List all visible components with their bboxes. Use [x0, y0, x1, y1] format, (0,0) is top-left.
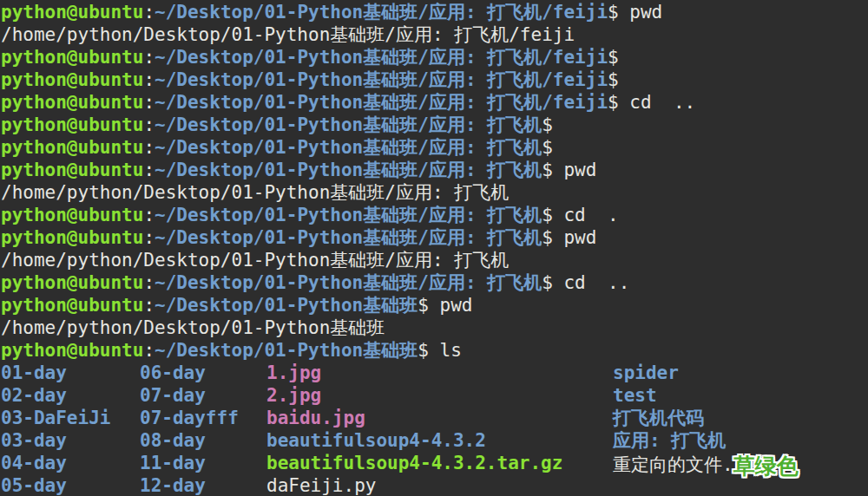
file-entry: 03-DaFeiJi [1, 407, 110, 429]
file-entry: baidu.jpg [266, 407, 365, 429]
ls-row: 01-day06-day1.jpgspider [1, 362, 868, 384]
ls-row: 03-DaFeiJi07-dayfffbaidu.jpg打飞机代码 [1, 407, 868, 429]
prompt-user: python@ubuntu [1, 295, 143, 316]
prompt-path: ~/Desktop/01-Python基础班/应用: 打飞机 [155, 272, 542, 293]
terminal-line: python@ubuntu:~/Desktop/01-Python基础班$ pw… [1, 294, 868, 317]
prompt-separator: : [143, 295, 155, 316]
prompt-path: ~/Desktop/01-Python基础班/应用: 打飞机/feiji [155, 2, 608, 23]
prompt-path: ~/Desktop/01-Python基础班/应用: 打飞机 [155, 137, 542, 158]
file-entry: 02-day [1, 384, 67, 407]
prompt-separator: : [143, 137, 155, 158]
terminal-line: python@ubuntu:~/Desktop/01-Python基础班/应用:… [1, 46, 868, 69]
prompt-command: $ pwd [542, 160, 596, 180]
prompt-command: $ [608, 69, 619, 90]
prompt-command: $ [542, 137, 553, 158]
prompt-user: python@ubuntu [1, 114, 143, 135]
file-entry: test [613, 384, 657, 407]
prompt-user: python@ubuntu [1, 272, 143, 293]
file-entry: 06-day [140, 362, 206, 384]
prompt-user: python@ubuntu [1, 340, 143, 361]
prompt-command: $ [608, 47, 619, 68]
terminal-window[interactable]: python@ubuntu:~/Desktop/01-Python基础班/应用:… [0, 0, 868, 496]
prompt-path: ~/Desktop/01-Python基础班 [155, 340, 418, 361]
prompt-separator: : [143, 340, 155, 361]
terminal-line: /home/python/Desktop/01-Python基础班/应用: 打飞… [1, 23, 868, 46]
prompt-path: ~/Desktop/01-Python基础班 [155, 295, 418, 316]
file-entry: beautifulsoup4-4.3.2 [266, 429, 486, 452]
prompt-user: python@ubuntu [1, 160, 143, 180]
command-output: /home/python/Desktop/01-Python基础班/应用: 打飞… [1, 182, 509, 203]
file-entry: 重定向的文件.草绿色 [613, 452, 799, 476]
prompt-command: $ pwd [608, 2, 662, 23]
prompt-separator: : [143, 227, 155, 248]
prompt-separator: : [143, 69, 155, 90]
prompt-separator: : [143, 47, 155, 68]
ls-row: 05-day12-daydaFeiji.py [1, 474, 868, 496]
command-output: /home/python/Desktop/01-Python基础班 [1, 317, 385, 338]
terminal-line: python@ubuntu:~/Desktop/01-Python基础班/应用:… [1, 114, 868, 136]
prompt-command: $ cd .. [542, 272, 629, 293]
prompt-user: python@ubuntu [1, 137, 143, 158]
prompt-separator: : [143, 160, 155, 180]
file-entry: 打飞机代码 [613, 407, 704, 429]
prompt-command: $ pwd [418, 295, 472, 316]
command-output: /home/python/Desktop/01-Python基础班/应用: 打飞… [1, 24, 575, 45]
prompt-user: python@ubuntu [1, 47, 143, 68]
ls-row: 03-day08-daybeautifulsoup4-4.3.2应用: 打飞机 [1, 429, 868, 452]
prompt-path: ~/Desktop/01-Python基础班/应用: 打飞机/feiji [155, 47, 608, 68]
prompt-user: python@ubuntu [1, 2, 143, 23]
prompt-command: $ ls [418, 340, 462, 361]
terminal-line: /home/python/Desktop/01-Python基础班 [1, 317, 868, 339]
prompt-path: ~/Desktop/01-Python基础班/应用: 打飞机 [155, 114, 542, 135]
ls-row: 02-day07-day2.jpgtest [1, 384, 868, 407]
file-entry: 07-day [140, 384, 206, 407]
prompt-command: $ cd . [542, 205, 619, 225]
prompt-command: $ cd .. [608, 92, 695, 113]
terminal-line: /home/python/Desktop/01-Python基础班/应用: 打飞… [1, 249, 868, 271]
file-entry: 07-dayfff [140, 407, 239, 429]
prompt-separator: : [143, 92, 155, 113]
file-entry: 应用: 打飞机 [613, 429, 726, 452]
prompt-user: python@ubuntu [1, 92, 143, 113]
terminal-line: python@ubuntu:~/Desktop/01-Python基础班/应用:… [1, 1, 868, 23]
file-entry: 08-day [140, 429, 206, 452]
prompt-separator: : [143, 272, 155, 293]
terminal-line: python@ubuntu:~/Desktop/01-Python基础班/应用:… [1, 91, 868, 114]
ls-row: 04-day11-daybeautifulsoup4-4.3.2.tar.gz重… [1, 452, 868, 474]
terminal-line: python@ubuntu:~/Desktop/01-Python基础班/应用:… [1, 204, 868, 226]
prompt-path: ~/Desktop/01-Python基础班/应用: 打飞机 [155, 160, 542, 180]
prompt-path: ~/Desktop/01-Python基础班/应用: 打飞机/feiji [155, 69, 608, 90]
file-entry: 11-day [140, 452, 206, 474]
prompt-user: python@ubuntu [1, 69, 143, 90]
file-entry: 2.jpg [266, 384, 321, 407]
prompt-command: $ pwd [542, 227, 596, 248]
terminal-line: python@ubuntu:~/Desktop/01-Python基础班$ ls [1, 339, 868, 362]
prompt-path: ~/Desktop/01-Python基础班/应用: 打飞机 [155, 227, 542, 248]
file-entry: daFeiji.py [266, 474, 376, 496]
command-output: /home/python/Desktop/01-Python基础班/应用: 打飞… [1, 250, 509, 271]
prompt-command: $ [542, 114, 553, 135]
terminal-line: python@ubuntu:~/Desktop/01-Python基础班/应用:… [1, 136, 868, 159]
terminal-output: python@ubuntu:~/Desktop/01-Python基础班/应用:… [1, 1, 868, 496]
terminal-line: python@ubuntu:~/Desktop/01-Python基础班/应用:… [1, 271, 868, 294]
file-entry: 05-day [1, 474, 67, 496]
prompt-user: python@ubuntu [1, 205, 143, 225]
prompt-path: ~/Desktop/01-Python基础班/应用: 打飞机 [155, 205, 542, 225]
prompt-separator: : [143, 205, 155, 225]
file-entry: 12-day [140, 474, 206, 496]
terminal-line: /home/python/Desktop/01-Python基础班/应用: 打飞… [1, 181, 868, 204]
file-entry: beautifulsoup4-4.3.2.tar.gz [266, 452, 562, 474]
terminal-line: python@ubuntu:~/Desktop/01-Python基础班/应用:… [1, 226, 868, 249]
prompt-separator: : [143, 114, 155, 135]
file-entry: 03-day [1, 429, 67, 452]
file-entry: 01-day [1, 362, 67, 384]
terminal-line: python@ubuntu:~/Desktop/01-Python基础班/应用:… [1, 159, 868, 181]
file-entry: 1.jpg [266, 362, 321, 384]
prompt-path: ~/Desktop/01-Python基础班/应用: 打飞机/feiji [155, 92, 608, 113]
prompt-user: python@ubuntu [1, 227, 143, 248]
terminal-line: python@ubuntu:~/Desktop/01-Python基础班/应用:… [1, 69, 868, 91]
file-entry: 04-day [1, 452, 67, 474]
file-entry: spider [613, 362, 679, 384]
prompt-separator: : [143, 2, 155, 23]
